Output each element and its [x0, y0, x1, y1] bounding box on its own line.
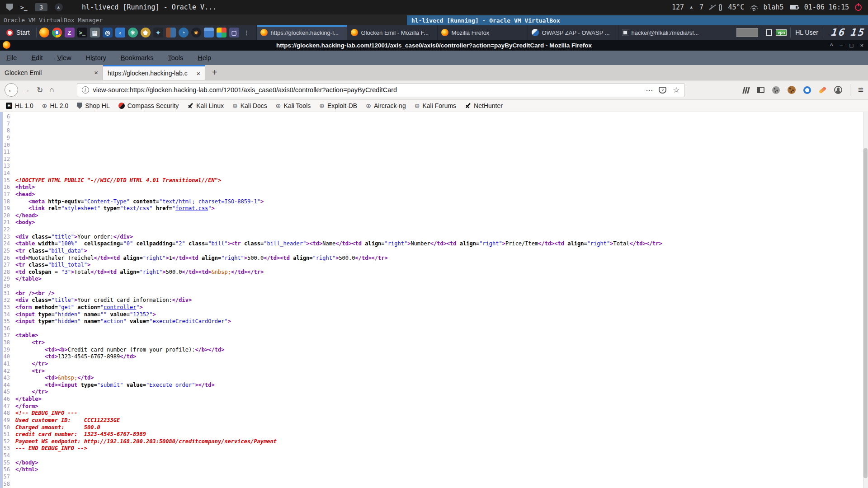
url-bar[interactable]: i view-source:https://glocken.hacking-la… [77, 83, 685, 97]
pocket-icon[interactable]: ∨ [659, 87, 666, 94]
bookmark-kali-docs[interactable]: ⊕Kali Docs [232, 102, 267, 109]
scrollbar-thumb[interactable] [863, 148, 868, 478]
source-line: 50Charged amount: 500.0 [0, 424, 868, 432]
account-icon[interactable] [834, 86, 842, 94]
close-button[interactable]: × [860, 42, 863, 49]
tab-view-source[interactable]: https://glocken.hacking-lab.c × [103, 65, 205, 80]
launcher-clock-tool-icon[interactable]: ◔ [179, 28, 189, 38]
taskbar-window[interactable]: Glocken Emil - Mozilla F... [347, 25, 437, 40]
launcher-keepass-icon[interactable]: ♚ [141, 28, 151, 38]
vm-window-titlebar[interactable]: hl-livecd [Running] - Oracle VM VirtualB… [407, 15, 868, 25]
launcher-display-icon[interactable]: ▢ [229, 28, 239, 38]
bookmark-kali-forums[interactable]: ⊕Kali Forums [415, 102, 456, 109]
maximize-button[interactable]: □ [850, 42, 854, 49]
launcher-flame-icon[interactable]: ✴ [191, 28, 201, 38]
launcher-overflow-icon[interactable]: ⋮ [242, 28, 252, 38]
minimize-button[interactable]: – [840, 42, 843, 49]
view-source-content[interactable]: 6789101112131415<!DOCTYPE HTML PUBLIC "-… [0, 112, 868, 488]
bookmark-nethunter[interactable]: NetHunter [465, 102, 503, 109]
home-button[interactable]: ⌂ [49, 85, 54, 94]
firefox-color-icon[interactable] [818, 86, 826, 94]
launcher-app-green-icon[interactable]: ✳ [128, 28, 138, 38]
audio-muted-icon[interactable]: ♪ [709, 4, 713, 11]
tab-close-icon[interactable]: × [94, 69, 98, 76]
distro-badge-icon[interactable] [6, 4, 13, 11]
bookmark-exploit-db[interactable]: ⊕Exploit-DB [319, 102, 357, 109]
launcher-owasp-zap-icon[interactable]: ◎ [103, 28, 113, 38]
vbox-manager-strip: Oracle VM VirtualBox Manager hl-livecd [… [0, 14, 868, 25]
bookmark-kali-linux[interactable]: Kali Linux [187, 102, 224, 109]
tray-window-icon[interactable] [766, 29, 772, 36]
menu-view[interactable]: View [57, 54, 71, 61]
launcher-docs-icon[interactable] [166, 28, 176, 38]
launcher-app-dark-icon[interactable]: ✦ [153, 28, 163, 38]
bookmark-compass-security[interactable]: Compass Security [118, 102, 179, 109]
user-indicator[interactable]: HL User [795, 29, 818, 36]
host-clock[interactable]: 01-06 16:15 [804, 3, 849, 11]
source-line: 16<html> [0, 184, 868, 191]
host-window-title[interactable]: hl-livecd [Running] - Oracle V... [82, 3, 217, 11]
new-tab-button[interactable]: + [205, 65, 224, 80]
vbox-manager-title[interactable]: Oracle VM VirtualBox Manager [4, 17, 103, 23]
launcher-zim-icon[interactable]: Z [65, 28, 75, 38]
tab-close-icon[interactable]: × [196, 70, 200, 77]
workspace-pager[interactable] [736, 28, 758, 37]
firefox-icon [260, 29, 268, 36]
cookie-manager-icon[interactable] [788, 86, 796, 94]
workspace-indicator[interactable]: 3 [35, 3, 47, 11]
terminal-launcher-icon[interactable]: >_ [20, 4, 28, 11]
menu-tools[interactable]: Tools [168, 54, 183, 61]
menu-button[interactable]: ≡ [858, 84, 863, 95]
taskbar-window[interactable]: https://glocken.hacking-l... [256, 25, 347, 40]
bookmark-kali-tools[interactable]: ⊕Kali Tools [276, 102, 311, 109]
power-icon[interactable] [855, 4, 862, 11]
tab-glocken-emil[interactable]: Glocken Emil × [0, 65, 103, 80]
taskbar-window[interactable]: OWASP ZAP - OWASP ... [528, 25, 618, 40]
bookmark-shop-hl[interactable]: Shop HL [77, 102, 109, 109]
url-input[interactable]: view-source:https://glocken.hacking-lab.… [93, 86, 641, 94]
library-icon[interactable] [742, 87, 750, 94]
scrollbar[interactable] [863, 112, 868, 488]
back-button[interactable]: ← [5, 83, 18, 97]
firefox-titlebar[interactable]: https://glocken.hacking-lab.com/12001/ax… [0, 40, 868, 51]
taskbar-window[interactable]: Mozilla Firefox [437, 25, 528, 40]
menu-history[interactable]: History [86, 54, 106, 61]
quick-launchers: Z>_▤◎‹✳♚✦◔✴▢⋮ [39, 28, 252, 38]
menu-edit[interactable]: Edit [31, 54, 42, 61]
bookmark-hl-1-0[interactable]: HHL 1.0 [6, 102, 33, 109]
reload-button[interactable]: ↻ [37, 85, 43, 95]
launcher-terminal-icon[interactable]: >_ [77, 28, 87, 38]
launcher-folder-icon[interactable] [204, 28, 214, 38]
start-button[interactable]: Start [3, 29, 33, 36]
bookmark-star-icon[interactable]: ☆ [673, 85, 679, 95]
launcher-vscode-icon[interactable]: ‹ [115, 28, 125, 38]
menu-help[interactable]: Help [198, 54, 211, 61]
bookmark-aircrack-ng[interactable]: ⊕Aircrack-ng [366, 102, 406, 109]
extension-ring-icon[interactable] [803, 86, 811, 94]
launcher-chrome-icon[interactable] [52, 28, 62, 38]
source-line: 24<table width="100%" cellspacing="0" ce… [0, 240, 868, 248]
launcher-file-manager-icon[interactable]: ▤ [90, 28, 100, 38]
source-line: 43 <td>&nbsp;</td> [0, 375, 868, 382]
extension-cookie-icon[interactable] [772, 86, 780, 94]
launcher-apps-grid-icon[interactable] [217, 28, 226, 38]
messenger-icon[interactable]: ➤ [55, 3, 63, 11]
page-actions-icon[interactable]: ⋯ [646, 86, 653, 94]
wifi-ssid[interactable]: blah5 [764, 3, 784, 11]
forward-button[interactable]: → [23, 85, 30, 94]
shade-button[interactable]: ^ [830, 42, 833, 49]
menu-file[interactable]: File [6, 54, 17, 61]
tray-separator [790, 28, 791, 38]
tray-separator [823, 28, 823, 38]
launcher-firefox-icon[interactable] [39, 28, 49, 38]
segment-clock-minute: 15 [850, 28, 866, 38]
wifi-icon[interactable] [750, 5, 758, 9]
bookmark-hl-2-0[interactable]: ⊕HL 2.0 [42, 102, 68, 109]
line-number: 43 [0, 375, 12, 382]
source-line: 53--- END DEBUG_INFO --> [0, 445, 868, 452]
sidebar-icon[interactable] [757, 87, 764, 93]
page-info-icon[interactable]: i [82, 86, 89, 94]
menu-bookmarks[interactable]: Bookmarks [121, 54, 154, 61]
taskbar-window[interactable]: hacker@hlkali:/media/sf... [618, 25, 708, 40]
vpn-tray-icon[interactable]: vpn [776, 29, 787, 36]
